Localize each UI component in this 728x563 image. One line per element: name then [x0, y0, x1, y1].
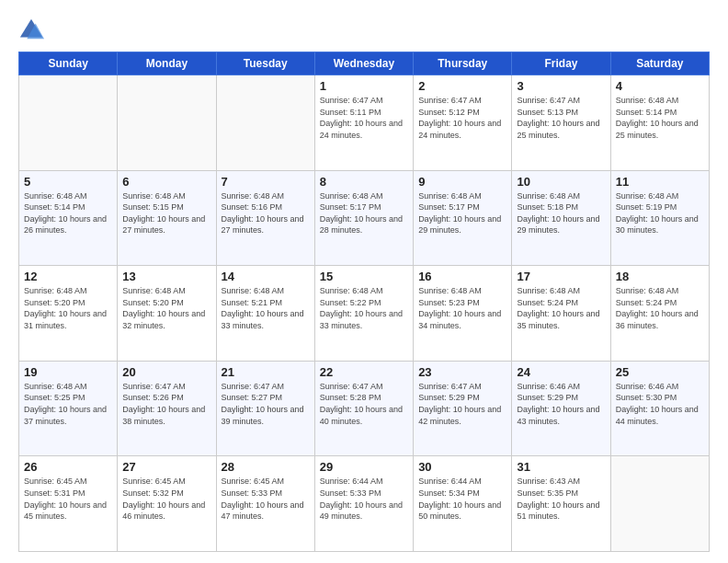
day-of-week-header: Wednesday: [314, 52, 413, 75]
day-info: Sunrise: 6:48 AM Sunset: 5:25 PM Dayligh…: [24, 381, 112, 427]
day-info: Sunrise: 6:47 AM Sunset: 5:13 PM Dayligh…: [517, 95, 605, 141]
day-number: 18: [616, 270, 704, 283]
day-number: 16: [418, 270, 506, 283]
calendar-cell: 5Sunrise: 6:48 AM Sunset: 5:14 PM Daylig…: [19, 170, 118, 266]
calendar-cell: 4Sunrise: 6:48 AM Sunset: 5:14 PM Daylig…: [610, 75, 709, 171]
calendar-cell: 25Sunrise: 6:46 AM Sunset: 5:30 PM Dayli…: [610, 361, 709, 456]
calendar-cell: 1Sunrise: 6:47 AM Sunset: 5:11 PM Daylig…: [314, 75, 413, 171]
day-number: 6: [122, 175, 210, 189]
day-info: Sunrise: 6:48 AM Sunset: 5:20 PM Dayligh…: [24, 285, 112, 331]
day-number: 11: [616, 175, 704, 189]
day-number: 20: [122, 365, 210, 379]
day-info: Sunrise: 6:48 AM Sunset: 5:14 PM Dayligh…: [616, 95, 704, 141]
day-info: Sunrise: 6:45 AM Sunset: 5:32 PM Dayligh…: [122, 476, 210, 522]
calendar-cell: 7Sunrise: 6:48 AM Sunset: 5:16 PM Daylig…: [216, 170, 314, 266]
logo-icon: [18, 17, 44, 42]
day-number: 26: [24, 460, 112, 474]
calendar-header-row: SundayMondayTuesdayWednesdayThursdayFrid…: [19, 52, 710, 75]
calendar-cell: 21Sunrise: 6:47 AM Sunset: 5:27 PM Dayli…: [216, 361, 314, 456]
calendar-week-row: 19Sunrise: 6:48 AM Sunset: 5:25 PM Dayli…: [19, 361, 710, 456]
day-info: Sunrise: 6:48 AM Sunset: 5:22 PM Dayligh…: [320, 285, 408, 331]
day-number: 4: [616, 79, 704, 93]
calendar-cell: 15Sunrise: 6:48 AM Sunset: 5:22 PM Dayli…: [314, 266, 413, 362]
calendar-table: SundayMondayTuesdayWednesdayThursdayFrid…: [18, 52, 710, 552]
calendar-cell: 28Sunrise: 6:45 AM Sunset: 5:33 PM Dayli…: [216, 456, 314, 552]
day-number: 30: [418, 460, 506, 474]
calendar-cell: 16Sunrise: 6:48 AM Sunset: 5:23 PM Dayli…: [414, 266, 512, 362]
day-info: Sunrise: 6:46 AM Sunset: 5:29 PM Dayligh…: [517, 381, 605, 427]
day-info: Sunrise: 6:48 AM Sunset: 5:21 PM Dayligh…: [222, 285, 310, 331]
calendar-cell: 19Sunrise: 6:48 AM Sunset: 5:25 PM Dayli…: [19, 361, 118, 456]
calendar-cell: 30Sunrise: 6:44 AM Sunset: 5:34 PM Dayli…: [414, 456, 512, 552]
calendar-cell: 8Sunrise: 6:48 AM Sunset: 5:17 PM Daylig…: [314, 170, 413, 266]
day-info: Sunrise: 6:48 AM Sunset: 5:17 PM Dayligh…: [320, 190, 408, 236]
calendar-cell: 13Sunrise: 6:48 AM Sunset: 5:20 PM Dayli…: [118, 266, 216, 362]
day-info: Sunrise: 6:47 AM Sunset: 5:29 PM Dayligh…: [418, 381, 506, 427]
calendar-week-row: 12Sunrise: 6:48 AM Sunset: 5:20 PM Dayli…: [19, 266, 710, 362]
calendar-cell: 12Sunrise: 6:48 AM Sunset: 5:20 PM Dayli…: [19, 266, 118, 362]
calendar-cell: 18Sunrise: 6:48 AM Sunset: 5:24 PM Dayli…: [610, 266, 709, 362]
day-of-week-header: Thursday: [414, 52, 512, 75]
day-number: 2: [418, 79, 506, 93]
day-info: Sunrise: 6:46 AM Sunset: 5:30 PM Dayligh…: [616, 381, 704, 427]
day-number: 23: [418, 365, 506, 379]
logo: [18, 17, 48, 42]
day-info: Sunrise: 6:45 AM Sunset: 5:31 PM Dayligh…: [24, 476, 112, 522]
calendar-cell: 27Sunrise: 6:45 AM Sunset: 5:32 PM Dayli…: [118, 456, 216, 552]
calendar-cell: 24Sunrise: 6:46 AM Sunset: 5:29 PM Dayli…: [512, 361, 610, 456]
calendar-cell: 20Sunrise: 6:47 AM Sunset: 5:26 PM Dayli…: [118, 361, 216, 456]
day-number: 1: [320, 79, 408, 93]
header: [18, 17, 710, 42]
calendar-cell: 10Sunrise: 6:48 AM Sunset: 5:18 PM Dayli…: [512, 170, 610, 266]
day-info: Sunrise: 6:47 AM Sunset: 5:12 PM Dayligh…: [418, 95, 506, 141]
day-info: Sunrise: 6:48 AM Sunset: 5:18 PM Dayligh…: [517, 190, 605, 236]
day-of-week-header: Tuesday: [216, 52, 314, 75]
day-info: Sunrise: 6:47 AM Sunset: 5:28 PM Dayligh…: [320, 381, 408, 427]
day-number: 13: [122, 270, 210, 283]
day-info: Sunrise: 6:44 AM Sunset: 5:34 PM Dayligh…: [418, 476, 506, 522]
calendar-cell: 23Sunrise: 6:47 AM Sunset: 5:29 PM Dayli…: [414, 361, 512, 456]
calendar-week-row: 5Sunrise: 6:48 AM Sunset: 5:14 PM Daylig…: [19, 170, 710, 266]
day-info: Sunrise: 6:43 AM Sunset: 5:35 PM Dayligh…: [517, 476, 605, 522]
day-number: 8: [320, 175, 408, 189]
day-number: 12: [24, 270, 112, 283]
day-number: 14: [222, 270, 310, 283]
calendar-cell: 3Sunrise: 6:47 AM Sunset: 5:13 PM Daylig…: [512, 75, 610, 171]
calendar-cell: [19, 75, 118, 171]
day-info: Sunrise: 6:44 AM Sunset: 5:33 PM Dayligh…: [320, 476, 408, 522]
day-number: 24: [517, 365, 605, 379]
day-of-week-header: Friday: [512, 52, 610, 75]
day-info: Sunrise: 6:47 AM Sunset: 5:27 PM Dayligh…: [222, 381, 310, 427]
calendar-week-row: 26Sunrise: 6:45 AM Sunset: 5:31 PM Dayli…: [19, 456, 710, 552]
day-number: 15: [320, 270, 408, 283]
day-number: 29: [320, 460, 408, 474]
calendar-cell: [118, 75, 216, 171]
day-info: Sunrise: 6:48 AM Sunset: 5:19 PM Dayligh…: [616, 190, 704, 236]
calendar-cell: 31Sunrise: 6:43 AM Sunset: 5:35 PM Dayli…: [512, 456, 610, 552]
day-info: Sunrise: 6:48 AM Sunset: 5:24 PM Dayligh…: [616, 285, 704, 331]
day-number: 5: [24, 175, 112, 189]
day-of-week-header: Sunday: [19, 52, 118, 75]
day-number: 17: [517, 270, 605, 283]
calendar-week-row: 1Sunrise: 6:47 AM Sunset: 5:11 PM Daylig…: [19, 75, 710, 171]
calendar-cell: [216, 75, 314, 171]
calendar-cell: 11Sunrise: 6:48 AM Sunset: 5:19 PM Dayli…: [610, 170, 709, 266]
calendar-cell: [610, 456, 709, 552]
day-info: Sunrise: 6:48 AM Sunset: 5:23 PM Dayligh…: [418, 285, 506, 331]
day-info: Sunrise: 6:47 AM Sunset: 5:11 PM Dayligh…: [320, 95, 408, 141]
day-number: 22: [320, 365, 408, 379]
calendar-cell: 2Sunrise: 6:47 AM Sunset: 5:12 PM Daylig…: [414, 75, 512, 171]
day-info: Sunrise: 6:48 AM Sunset: 5:17 PM Dayligh…: [418, 190, 506, 236]
day-of-week-header: Monday: [118, 52, 216, 75]
day-number: 3: [517, 79, 605, 93]
day-number: 9: [418, 175, 506, 189]
day-number: 31: [517, 460, 605, 474]
day-info: Sunrise: 6:47 AM Sunset: 5:26 PM Dayligh…: [122, 381, 210, 427]
day-info: Sunrise: 6:45 AM Sunset: 5:33 PM Dayligh…: [222, 476, 310, 522]
day-of-week-header: Saturday: [610, 52, 709, 75]
day-number: 25: [616, 365, 704, 379]
day-number: 19: [24, 365, 112, 379]
calendar-cell: 22Sunrise: 6:47 AM Sunset: 5:28 PM Dayli…: [314, 361, 413, 456]
day-number: 21: [222, 365, 310, 379]
day-info: Sunrise: 6:48 AM Sunset: 5:14 PM Dayligh…: [24, 190, 112, 236]
